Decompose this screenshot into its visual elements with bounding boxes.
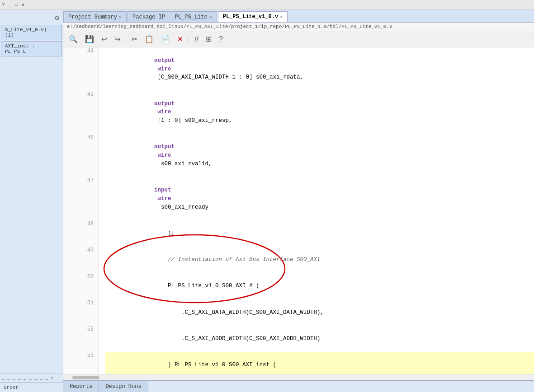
sidebar-bottom-label: _ _ _ _ _ _ _ _ _ > bbox=[2, 376, 53, 381]
code-line[interactable]: PL_PS_Lite_v1_0_S00_AXI # ( bbox=[105, 273, 534, 299]
keyword-wire: wire bbox=[154, 196, 171, 202]
line-number: 51 bbox=[63, 299, 99, 326]
tab-verilog-file-close[interactable]: ✕ bbox=[280, 14, 283, 19]
main-layout: ⚙ S_Lite_v1_0.v) (1) AXI_inst : PL_PS_L … bbox=[0, 10, 534, 392]
table-row: 53 ) PL_PS_Lite_v1_0_S00_AXI_inst ( bbox=[63, 352, 534, 374]
code-text: ) PL_PS_Lite_v1_0_S00_AXI_inst ( bbox=[154, 362, 276, 368]
toolbar-sep-1 bbox=[126, 35, 126, 44]
tab-package-ip[interactable]: Package IP - PL_PS_Lite ✕ bbox=[128, 11, 217, 22]
undo-button[interactable]: ↩ bbox=[99, 34, 109, 44]
bottom-tab-design-runs[interactable]: Design Runs bbox=[99, 381, 148, 392]
line-number: 52 bbox=[63, 326, 99, 352]
line-number: 47 bbox=[63, 177, 99, 220]
code-text: s00_axi_rvalid, bbox=[154, 161, 212, 167]
code-text: PL_PS_Lite_v1_0_S00_AXI # ( bbox=[154, 283, 260, 289]
tab-package-ip-close[interactable]: ✕ bbox=[209, 14, 212, 20]
save-button[interactable]: 💾 bbox=[83, 34, 96, 44]
code-text: .C_S_AXI_ADDR_WIDTH(C_S00_AXI_ADDR_WIDTH… bbox=[154, 336, 321, 342]
code-text: [1 : 0] s00_axi_rresp, bbox=[154, 117, 232, 124]
toolbar-sep-2 bbox=[189, 35, 189, 44]
sidebar-item-2[interactable]: AXI_inst : PL_PS_L bbox=[1, 41, 62, 56]
tab-project-summary-close[interactable]: ✕ bbox=[119, 14, 122, 20]
sidebar-order-label: Order bbox=[0, 383, 63, 392]
keyword-output: output bbox=[154, 144, 175, 150]
window-ctrl-maximize[interactable]: □ bbox=[15, 2, 18, 8]
sidebar-item-1-label: S_Lite_v1_0.v) (1) bbox=[5, 27, 47, 38]
toolbar: 🔍 💾 ↩ ↪ ✂ 📋 📄 ✕ // ⊞ ? bbox=[63, 31, 534, 47]
bottom-tab-reports[interactable]: Reports bbox=[63, 381, 99, 392]
table-row: 50 PL_PS_Lite_v1_0_S00_AXI # ( bbox=[63, 273, 534, 299]
comment-text: // Instantiation of Axi Bus Interface S0… bbox=[154, 257, 321, 263]
grid-button[interactable]: ⊞ bbox=[204, 34, 213, 44]
code-text: s00_axi_rready bbox=[154, 204, 208, 210]
window-ctrl-question[interactable]: ? bbox=[2, 2, 5, 8]
window-bar: ? _ □ ✕ bbox=[0, 0, 534, 10]
line-number: 49 bbox=[63, 247, 99, 273]
help-button[interactable]: ? bbox=[217, 34, 225, 44]
table-row: 44 output wire [C_S00_AXI_DATA_WIDTH-1 :… bbox=[63, 47, 534, 91]
bottom-tab-bar: Reports Design Runs bbox=[63, 380, 534, 392]
tab-verilog-file[interactable]: PL_PS_Lite_v1_0.v ✕ bbox=[218, 11, 288, 22]
code-line[interactable]: input wire s00_axi_rready bbox=[105, 177, 534, 220]
table-row: 49 // Instantiation of Axi Bus Interface… bbox=[63, 247, 534, 273]
tab-project-summary[interactable]: Project Summary ✕ bbox=[63, 11, 127, 22]
line-marker bbox=[99, 220, 105, 247]
line-number: 45 bbox=[63, 91, 99, 134]
table-row: 52 .C_S_AXI_ADDR_WIDTH(C_S00_AXI_ADDR_WI… bbox=[63, 326, 534, 352]
code-line[interactable]: .C_S_AXI_ADDR_WIDTH(C_S00_AXI_ADDR_WIDTH… bbox=[105, 326, 534, 352]
search-button[interactable]: 🔍 bbox=[67, 34, 80, 44]
line-marker bbox=[99, 326, 105, 352]
code-text: [C_S00_AXI_DATA_WIDTH-1 : 0] s00_axi_rda… bbox=[154, 74, 303, 80]
table-row: 47 input wire s00_axi_rready bbox=[63, 177, 534, 220]
code-line[interactable]: output wire [1 : 0] s00_axi_rresp, bbox=[105, 91, 534, 134]
h-scrollbar[interactable] bbox=[63, 374, 534, 380]
table-row: 48 ); bbox=[63, 220, 534, 247]
code-line[interactable]: output wire s00_axi_rvalid, bbox=[105, 134, 534, 177]
line-number: 53 bbox=[63, 352, 99, 374]
sidebar-item-2-label: AXI_inst : PL_PS_L bbox=[5, 43, 35, 54]
code-text: ); bbox=[154, 230, 175, 237]
line-number: 44 bbox=[63, 47, 99, 91]
window-ctrl-close[interactable]: ✕ bbox=[22, 2, 25, 8]
keyword-output: output bbox=[154, 101, 175, 107]
bottom-tab-reports-label: Reports bbox=[70, 383, 92, 390]
editor-area: Project Summary ✕ Package IP - PL_PS_Lit… bbox=[63, 10, 534, 392]
line-marker bbox=[99, 352, 105, 374]
code-editor[interactable]: 44 output wire [C_S00_AXI_DATA_WIDTH-1 :… bbox=[63, 47, 534, 374]
line-marker bbox=[99, 91, 105, 134]
code-line[interactable]: // Instantiation of Axi Bus Interface S0… bbox=[105, 247, 534, 273]
keyword-output: output bbox=[154, 57, 175, 64]
sidebar-divider bbox=[1, 59, 62, 59]
tab-verilog-file-label: PL_PS_Lite_v1_0.v bbox=[223, 14, 278, 20]
line-marker bbox=[99, 134, 105, 177]
sidebar-bottom: _ _ _ _ _ _ _ _ _ > bbox=[0, 373, 63, 383]
code-line-highlighted[interactable]: ) PL_PS_Lite_v1_0_S00_AXI_inst ( bbox=[105, 352, 534, 374]
h-scrollbar-thumb[interactable] bbox=[72, 376, 99, 379]
window-controls[interactable]: ? _ □ ✕ bbox=[2, 2, 24, 8]
sidebar-item-1[interactable]: S_Lite_v1_0.v) (1) bbox=[1, 25, 62, 40]
line-marker bbox=[99, 47, 105, 91]
tab-bar: Project Summary ✕ Package IP - PL_PS_Lit… bbox=[63, 10, 534, 23]
paste-button[interactable]: 📄 bbox=[159, 34, 172, 44]
code-line[interactable]: .C_S_AXI_DATA_WIDTH(C_S00_AXI_DATA_WIDTH… bbox=[105, 299, 534, 326]
sidebar: ⚙ S_Lite_v1_0.v) (1) AXI_inst : PL_PS_L … bbox=[0, 10, 63, 392]
code-line[interactable]: ); bbox=[105, 220, 534, 247]
code-line[interactable]: output wire [C_S00_AXI_DATA_WIDTH-1 : 0]… bbox=[105, 47, 534, 91]
code-table: 44 output wire [C_S00_AXI_DATA_WIDTH-1 :… bbox=[63, 47, 534, 374]
comment-button[interactable]: // bbox=[193, 34, 200, 44]
delete-button[interactable]: ✕ bbox=[175, 34, 185, 44]
keyword-wire: wire bbox=[154, 109, 171, 115]
bottom-tab-design-runs-label: Design Runs bbox=[105, 383, 141, 390]
line-marker bbox=[99, 177, 105, 220]
line-number: 50 bbox=[63, 273, 99, 299]
window-ctrl-minimize[interactable]: _ bbox=[9, 2, 12, 8]
redo-button[interactable]: ↪ bbox=[113, 34, 122, 44]
gear-icon[interactable]: ⚙ bbox=[0, 12, 63, 24]
keyword-input: input bbox=[154, 187, 171, 193]
file-path: e:/zedboard/learning_zedboard_soc_linux/… bbox=[63, 23, 534, 31]
tab-package-ip-label: Package IP - PL_PS_Lite bbox=[132, 14, 208, 20]
file-path-text: e:/zedboard/learning_zedboard_soc_linux/… bbox=[67, 24, 392, 29]
copy-button[interactable]: 📋 bbox=[143, 34, 156, 44]
cut-button[interactable]: ✂ bbox=[130, 34, 139, 44]
line-marker bbox=[99, 247, 105, 273]
